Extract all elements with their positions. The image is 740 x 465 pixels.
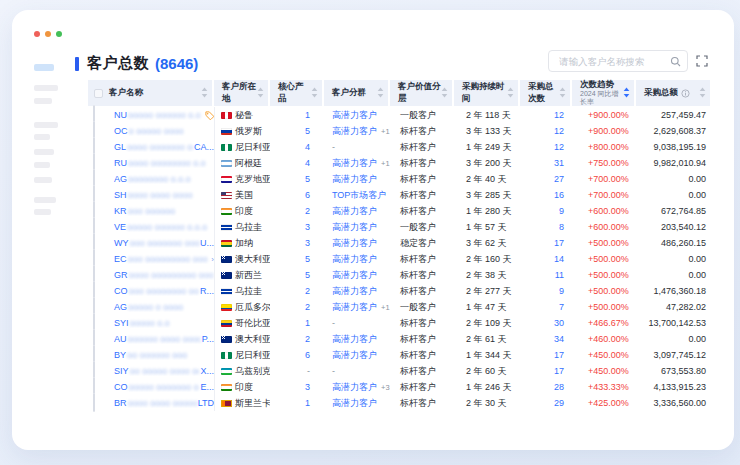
sidebar-item[interactable] bbox=[34, 162, 50, 168]
customer-name-link[interactable]: RUoooo oooooooo o.o bbox=[106, 158, 214, 168]
core-products-count[interactable]: 2 bbox=[270, 206, 324, 216]
select-all-checkbox[interactable] bbox=[94, 89, 103, 98]
core-products-count[interactable]: 5 bbox=[270, 270, 324, 280]
customer-segment[interactable]: 高潜力客户+1 bbox=[324, 301, 390, 314]
customer-name-link[interactable]: SIYoo ooooo oooo oooooX... bbox=[106, 366, 214, 376]
purchase-count[interactable]: 12 bbox=[520, 110, 572, 120]
customer-segment[interactable]: 高潜力客户 bbox=[324, 333, 390, 346]
purchase-count[interactable]: 9 bbox=[520, 286, 572, 296]
sidebar-item[interactable] bbox=[34, 134, 50, 140]
fullscreen-icon[interactable] bbox=[696, 55, 708, 67]
customer-name-link[interactable]: COooooo ooooooo oooooE... bbox=[106, 382, 214, 392]
info-icon[interactable] bbox=[681, 89, 690, 98]
minimize-window-icon[interactable] bbox=[45, 31, 51, 37]
core-products-count[interactable]: 6 bbox=[270, 350, 324, 360]
customer-segment[interactable]: 高潜力客户 bbox=[324, 109, 390, 122]
purchase-count[interactable]: 27 bbox=[520, 174, 572, 184]
purchase-count[interactable]: 17 bbox=[520, 366, 572, 376]
core-products-count[interactable]: 1 bbox=[270, 398, 324, 408]
customer-segment[interactable]: 高潜力客户 bbox=[324, 237, 390, 250]
core-products-count[interactable]: 2 bbox=[270, 286, 324, 296]
customer-segment[interactable]: 高潜力客户 bbox=[324, 397, 390, 410]
customer-name-link[interactable]: GLoooo ooooooo ooo oooooCA... bbox=[106, 142, 214, 152]
customer-segment[interactable]: 高潜力客户 bbox=[324, 221, 390, 234]
sidebar-item[interactable] bbox=[34, 149, 54, 155]
purchase-count[interactable]: 29 bbox=[520, 398, 572, 408]
purchase-count[interactable]: 8 bbox=[520, 222, 572, 232]
sort-icon[interactable] bbox=[699, 87, 706, 98]
core-products-count[interactable]: 3 bbox=[270, 238, 324, 248]
column-header-count[interactable]: 采购总次数 bbox=[520, 80, 572, 106]
core-products-count[interactable]: 3 bbox=[270, 382, 324, 392]
customer-name-link[interactable]: AGooooo o oooo bbox=[106, 302, 214, 312]
customer-name-link[interactable]: VEooooo oooooo o.o.o bbox=[106, 222, 214, 232]
core-products-count[interactable]: 2 bbox=[270, 302, 324, 312]
customer-segment[interactable]: 高潜力客户 bbox=[324, 349, 390, 362]
purchase-count[interactable]: 31 bbox=[520, 158, 572, 168]
close-window-icon[interactable] bbox=[34, 31, 40, 37]
purchase-count[interactable]: 11 bbox=[520, 270, 572, 280]
customer-name-link[interactable]: BRoooo oooo ooooooo oooLTD bbox=[106, 398, 214, 408]
column-header-segment[interactable]: 客户分群 bbox=[324, 80, 390, 106]
customer-segment[interactable]: 高潜力客户 bbox=[324, 269, 390, 282]
customer-name-link[interactable]: ECooo ooooooooo ooo ooooooo› bbox=[106, 254, 214, 264]
customer-name-link[interactable]: AUoooooo oooo ooooooooo oP... bbox=[106, 334, 214, 344]
customer-name-link[interactable]: KRooo oooooo bbox=[106, 206, 214, 216]
core-products-count[interactable]: 3 bbox=[270, 222, 324, 232]
core-products-count[interactable]: 1 bbox=[270, 110, 324, 120]
customer-segment[interactable]: TOP市场客户 bbox=[324, 189, 390, 202]
sort-icon[interactable] bbox=[559, 87, 566, 98]
customer-name-link[interactable]: AGoooooooo o.o.o bbox=[106, 174, 214, 184]
search-input[interactable] bbox=[557, 55, 670, 68]
customer-segment[interactable]: 高潜力客户+1 bbox=[324, 157, 390, 170]
sidebar-item[interactable] bbox=[34, 197, 56, 203]
purchase-count[interactable]: 12 bbox=[520, 142, 572, 152]
customer-segment[interactable]: 高潜力客户 bbox=[324, 173, 390, 186]
sort-icon[interactable] bbox=[623, 87, 630, 98]
purchase-count[interactable]: 30 bbox=[520, 318, 572, 328]
column-header-trend[interactable]: 次数趋势2024 同比增长率 bbox=[572, 80, 636, 106]
purchase-count[interactable]: 17 bbox=[520, 238, 572, 248]
maximize-window-icon[interactable] bbox=[56, 31, 62, 37]
purchase-count[interactable]: 16 bbox=[520, 190, 572, 200]
customer-name-link[interactable]: SHoooo oooo oooo bbox=[106, 190, 214, 200]
sort-icon[interactable] bbox=[311, 87, 318, 98]
purchase-count[interactable]: 9 bbox=[520, 206, 572, 216]
customer-segment[interactable]: 高潜力客户+1 bbox=[324, 125, 390, 138]
search-box[interactable] bbox=[548, 50, 688, 72]
sort-icon[interactable] bbox=[257, 87, 264, 98]
customer-segment[interactable]: 高潜力客户 bbox=[324, 205, 390, 218]
row-checkbox[interactable] bbox=[93, 393, 95, 412]
purchase-count[interactable]: 12 bbox=[520, 126, 572, 136]
purchase-count[interactable]: 28 bbox=[520, 382, 572, 392]
customer-segment[interactable]: 高潜力客户 bbox=[324, 253, 390, 266]
customer-name-link[interactable]: COooo oooooooo oooo oR... bbox=[106, 286, 214, 296]
sort-icon[interactable] bbox=[441, 87, 448, 98]
sidebar-item[interactable] bbox=[34, 177, 52, 183]
core-products-count[interactable]: 4 bbox=[270, 142, 324, 152]
purchase-count[interactable]: 14 bbox=[520, 254, 572, 264]
purchase-count[interactable]: 17 bbox=[520, 350, 572, 360]
sort-icon[interactable] bbox=[377, 87, 384, 98]
sidebar-item[interactable] bbox=[34, 209, 51, 215]
customer-name-link[interactable]: SYIooooo o.o bbox=[106, 318, 214, 328]
sort-icon[interactable] bbox=[201, 87, 208, 98]
column-header-duration[interactable]: 采购持续时间 bbox=[454, 80, 520, 106]
customer-name-link[interactable]: NUooooo oooooo o.o.o bbox=[106, 110, 214, 120]
column-header-location[interactable]: 客户所在地 bbox=[214, 80, 270, 106]
sort-icon[interactable] bbox=[507, 87, 514, 98]
column-header-name[interactable]: 客户名称 bbox=[88, 80, 214, 106]
customer-name-link[interactable]: GRoooo ooooooooo ooooooo bbox=[106, 270, 214, 280]
core-products-count[interactable]: 5 bbox=[270, 254, 324, 264]
customer-segment[interactable]: 高潜力客户 bbox=[324, 285, 390, 298]
sidebar-item[interactable] bbox=[34, 98, 52, 104]
sidebar-item-active[interactable] bbox=[34, 64, 54, 71]
purchase-count[interactable]: 34 bbox=[520, 334, 572, 344]
sidebar-item[interactable] bbox=[34, 122, 58, 128]
customer-name-link[interactable]: OCo ooooo oooo bbox=[106, 126, 214, 136]
customer-name-link[interactable]: WYooo ooooooo oooo oooU... bbox=[106, 238, 214, 248]
core-products-count[interactable]: 4 bbox=[270, 158, 324, 168]
core-products-count[interactable]: 5 bbox=[270, 174, 324, 184]
customer-segment[interactable]: 高潜力客户+3 bbox=[324, 381, 390, 394]
core-products-count[interactable]: 6 bbox=[270, 190, 324, 200]
